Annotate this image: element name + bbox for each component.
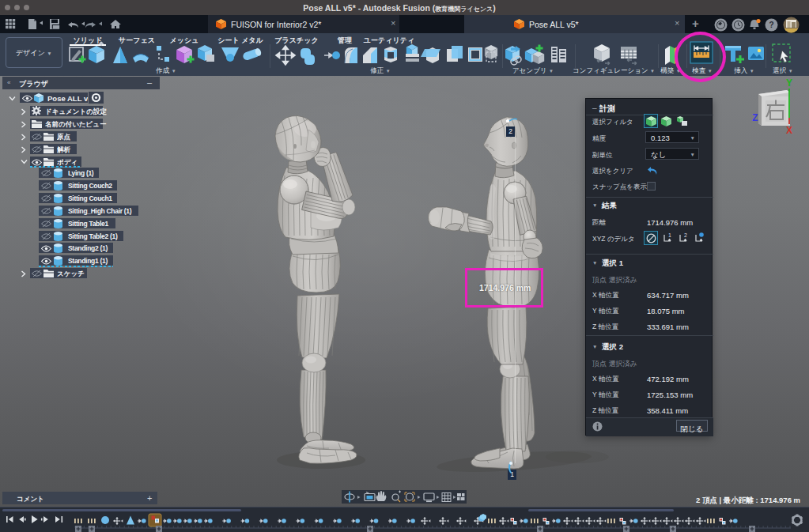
svg-text:2: 2 <box>684 232 687 238</box>
svg-text:Y: Y <box>786 77 792 89</box>
svg-text:1: 1 <box>668 232 671 238</box>
svg-text:?: ? <box>769 21 773 29</box>
svg-text:X: X <box>786 125 792 136</box>
svg-text:Z: Z <box>752 112 758 123</box>
